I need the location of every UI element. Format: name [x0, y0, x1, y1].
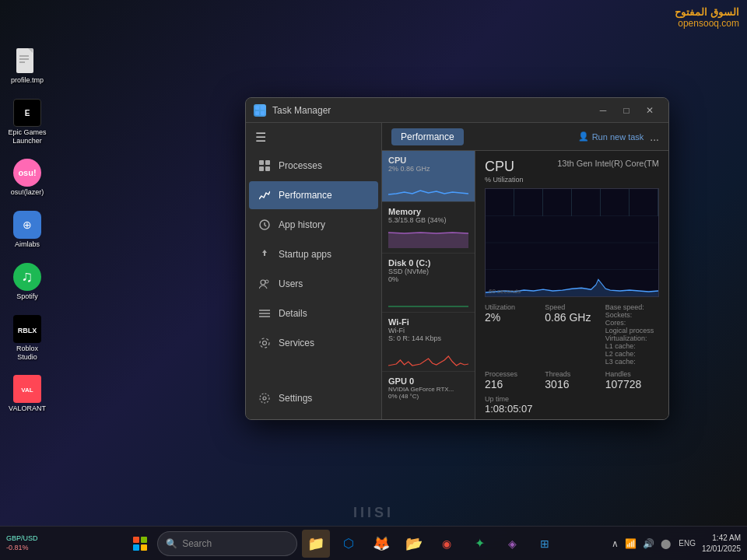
desktop-icon-profile[interactable]: profile.tmp: [4, 47, 51, 85]
speed-value: 0.86 GHz: [545, 311, 598, 324]
metrics-list: CPU 2% 0.86 GHz Memory 5.3/15.8 GB: [382, 151, 475, 419]
taskbar-left: GBP/USD -0.81%: [6, 534, 76, 552]
sidebar-item-processes[interactable]: Processes: [249, 152, 378, 180]
tm-right-actions: 👤 Run new task ...: [578, 131, 659, 143]
cpu-model: 13th Gen Intel(R) Core(TM: [557, 159, 659, 168]
svg-point-28: [260, 338, 269, 348]
cpu-graph-svg: [486, 189, 658, 296]
watermark-arabic: السوق المفتوح: [675, 6, 739, 18]
system-tray: ∧ 📶 🔊 ⬤: [610, 537, 672, 551]
language-indicator[interactable]: ENG: [677, 537, 697, 549]
run-new-task-button[interactable]: 👤 Run new task: [578, 131, 644, 142]
taskbar-app-firefox[interactable]: 🦊: [367, 530, 395, 558]
watermark: السوق المفتوح opensooq.com: [675, 6, 739, 29]
search-placeholder: Search: [182, 538, 212, 549]
performance-tab[interactable]: Performance: [391, 128, 464, 145]
disk-mini-graph: [388, 285, 468, 307]
taskbar-app-taskmanager[interactable]: ⊞: [531, 530, 559, 558]
uptime-section: Up time 1:08:05:07: [485, 395, 659, 415]
logical-label: Logical process: [605, 327, 659, 334]
taskbar-app-file-explorer[interactable]: 📁: [302, 530, 330, 558]
taskbar-right: ∧ 📶 🔊 ⬤ ENG 1:42 AM 12/01/2025: [610, 533, 741, 555]
tray-wifi[interactable]: 📶: [623, 537, 638, 551]
maximize-button[interactable]: □: [615, 103, 637, 118]
processes-stat-label: Processes: [485, 370, 538, 378]
gpu-metric-sub: NVIDIA GeForce RTX... 0% (48 °C): [388, 386, 468, 400]
svg-point-22: [261, 280, 265, 285]
uptime-value: 1:08:05:07: [485, 403, 659, 415]
sockets-label: Sockets:: [605, 311, 659, 319]
metric-memory[interactable]: Memory 5.3/15.8 GB (34%): [382, 202, 475, 254]
sidebar-item-settings[interactable]: Settings: [249, 384, 378, 412]
start-button[interactable]: [128, 531, 153, 556]
tray-chevron[interactable]: ∧: [610, 537, 620, 551]
details-icon: [258, 307, 271, 320]
taskbar-app-app2[interactable]: ✦: [465, 530, 493, 558]
svg-point-30: [260, 394, 269, 403]
sidebar-item-performance[interactable]: Performance: [249, 181, 378, 209]
tm-right-header: Performance 👤 Run new task ...: [382, 123, 668, 151]
svg-rect-18: [265, 160, 270, 165]
metric-disk[interactable]: Disk 0 (C:) SSD (NVMe) 0%: [382, 254, 475, 313]
sidebar-item-services[interactable]: Services: [249, 329, 378, 357]
desktop-icon-epic[interactable]: E Epic GamesLauncher: [4, 99, 51, 145]
svg-rect-0: [16, 48, 33, 73]
sidebar-item-startup[interactable]: Startup apps: [249, 240, 378, 268]
sidebar-item-users[interactable]: Users: [249, 270, 378, 298]
desktop-icon-roblox[interactable]: RBLX RobloxStudio: [4, 315, 51, 362]
cpu-detail-subtitle: % Utilization: [485, 176, 524, 184]
gbp-value: -0.81%: [6, 544, 38, 553]
taskbar-app-app1[interactable]: ◉: [433, 530, 461, 558]
tray-sound[interactable]: 🔊: [641, 537, 656, 551]
desktop-icon-spotify[interactable]: ♫ Spotify: [4, 263, 51, 301]
taskbar-app-app3[interactable]: ◈: [498, 530, 526, 558]
svg-marker-31: [388, 233, 468, 248]
metric-cpu[interactable]: CPU 2% 0.86 GHz: [382, 151, 475, 202]
svg-point-23: [265, 280, 268, 283]
metric-wifi[interactable]: Wi-Fi Wi-Fi S: 0 R: 144 Kbps: [382, 313, 475, 372]
graph-time-label: 60 seconds: [489, 288, 521, 295]
disk-metric-name: Disk 0 (C:): [388, 258, 468, 268]
gbp-label: GBP/USD: [6, 534, 38, 544]
svg-rect-20: [265, 166, 270, 171]
folder-icon: 📂: [405, 535, 423, 552]
cpu-metric-name: CPU: [388, 156, 468, 165]
sidebar-item-details[interactable]: Details: [249, 299, 378, 327]
cpu-detail-panel: CPU % Utilization 13th Gen Intel(R) Core…: [475, 151, 668, 419]
desktop-icon-label: RobloxStudio: [16, 345, 38, 362]
desktop: السوق المفتوح opensooq.com profile.tmp: [0, 0, 747, 560]
more-options-button[interactable]: ...: [650, 131, 659, 143]
sidebar-item-app-history[interactable]: App history: [249, 211, 378, 239]
taskbar-app-folder[interactable]: 📂: [400, 530, 428, 558]
menu-toggle-button[interactable]: ☰: [246, 123, 381, 151]
virtualization-label: Virtualization:: [605, 334, 659, 342]
utilization-value: 2%: [485, 311, 538, 324]
system-clock[interactable]: 1:42 AM 12/01/2025: [702, 533, 741, 555]
details-label: Details: [279, 308, 307, 319]
win-logo-q2: [141, 537, 147, 543]
search-icon: 🔍: [166, 538, 177, 549]
svg-text:RBLX: RBLX: [18, 327, 37, 334]
desktop-icon-aimlabs[interactable]: ⊕ Aimlabs: [4, 211, 51, 249]
person-icon: 👤: [578, 131, 589, 142]
taskbar-app-edge[interactable]: ⬡: [335, 530, 363, 558]
metric-gpu[interactable]: GPU 0 NVIDIA GeForce RTX... 0% (48 °C): [382, 372, 475, 419]
desktop-icon-label: profile.tmp: [11, 76, 44, 85]
msi-brand: IIISI: [353, 505, 394, 521]
uptime-label: Up time: [485, 395, 659, 403]
tray-battery[interactable]: ⬤: [659, 537, 672, 551]
desktop-icon-osu[interactable]: osu! osu!(lazer): [4, 159, 51, 197]
search-bar[interactable]: 🔍 Search: [157, 531, 297, 556]
minimize-button[interactable]: ─: [592, 103, 614, 118]
utilization-stat: Utilization 2%: [485, 303, 538, 366]
gbp-widget[interactable]: GBP/USD -0.81%: [6, 534, 38, 552]
app-history-label: App history: [279, 219, 325, 230]
desktop-icon-valorant[interactable]: VAL VALORANT: [4, 375, 51, 413]
task-manager-icon: [254, 104, 266, 117]
services-label: Services: [279, 338, 314, 348]
wifi-mini-graph: [388, 345, 468, 366]
cpu-stats-row1: Utilization 2% Speed 0.86 GHz Base speed…: [485, 303, 659, 366]
svg-rect-13: [255, 106, 259, 110]
close-button[interactable]: ✕: [639, 103, 661, 118]
app3-icon: ◈: [508, 537, 517, 550]
